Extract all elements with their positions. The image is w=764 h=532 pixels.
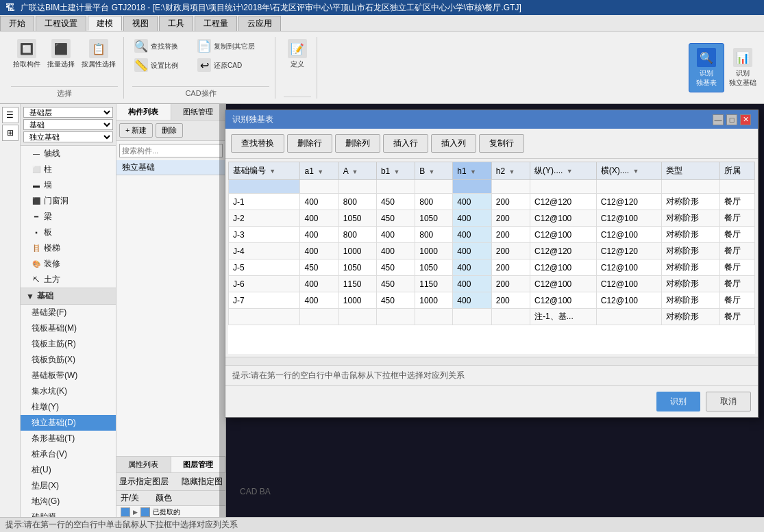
btn-set-scale[interactable]: 📏 设置比例 — [132, 56, 194, 74]
col-header-a1[interactable]: a1 ▼ — [300, 162, 338, 180]
btn-pick[interactable]: 🔲 拾取构件 — [11, 37, 42, 71]
table-cell[interactable]: 400 — [453, 243, 491, 259]
tab-attr-list[interactable]: 属性列表 — [116, 457, 171, 472]
table-cell[interactable]: C12@120 — [530, 194, 597, 210]
mini-btn-list[interactable]: ☰ — [2, 107, 19, 123]
tab-settings[interactable]: 工程设置 — [36, 16, 86, 31]
btn-copy-layer[interactable]: 📄 复制到其它层 — [195, 37, 257, 55]
col-header-h1[interactable]: h1 ▼ — [453, 162, 491, 180]
table-cell[interactable]: 400 — [300, 243, 338, 259]
col-header-h2[interactable]: h2 ▼ — [491, 162, 530, 180]
table-cell[interactable]: 400 — [453, 210, 491, 227]
nav-foundation-beam[interactable]: 基础梁(F) — [21, 305, 116, 320]
tab-drawing-manage[interactable]: 图纸管理 — [171, 104, 226, 120]
table-cell[interactable] — [596, 309, 661, 325]
table-cell[interactable]: C12@120 — [596, 243, 661, 259]
nav-sump[interactable]: 集水坑(K) — [21, 383, 116, 399]
nav-foundation-belt[interactable]: 基础板带(W) — [21, 368, 116, 383]
table-cell[interactable]: 1150 — [338, 276, 376, 292]
nav-column[interactable]: ⬜柱 — [21, 162, 116, 177]
table-cell[interactable]: 800 — [415, 227, 453, 243]
table-row[interactable]: 注-1、基...对称阶形餐厅 — [229, 309, 755, 325]
btn-restore-cad[interactable]: ↩ 还原CAD — [195, 56, 257, 74]
nav-stair[interactable]: 🪜楼梯 — [21, 240, 116, 256]
tab-model[interactable]: 建模 — [88, 16, 122, 31]
tab-tools[interactable]: 工具 — [159, 16, 193, 31]
nav-cushion[interactable]: 垫层(X) — [21, 478, 116, 494]
table-cell[interactable] — [300, 309, 338, 325]
table-cell[interactable]: 餐厅 — [719, 259, 754, 276]
btn-cancel-modal[interactable]: 取消 — [706, 392, 751, 411]
btn-attr-select[interactable]: 📋 按属性选择 — [79, 37, 118, 71]
table-cell[interactable]: J-2 — [229, 210, 300, 227]
table-cell[interactable]: C12@100 — [596, 210, 661, 227]
table-cell[interactable]: 餐厅 — [719, 210, 754, 227]
table-cell[interactable]: 对称阶形 — [661, 276, 719, 292]
tab-start[interactable]: 开始 — [0, 16, 34, 31]
table-row[interactable]: J-640011504501150400200C12@100C12@100对称阶… — [229, 276, 755, 292]
btn-batch-select[interactable]: ⬛ 批量选择 — [45, 37, 77, 71]
table-cell[interactable] — [376, 309, 415, 325]
btn-new-component[interactable]: + 新建 — [119, 123, 153, 138]
table-cell[interactable]: 200 — [491, 276, 530, 292]
table-cell[interactable]: 1000 — [338, 292, 376, 309]
nav-isolated-foundation[interactable]: 独立基础(D) — [21, 415, 116, 431]
col-header-heng[interactable]: 横(X).... ▼ — [596, 162, 661, 180]
table-cell[interactable]: 400 — [376, 227, 415, 243]
table-cell[interactable]: 对称阶形 — [661, 243, 719, 259]
table-cell[interactable]: 餐厅 — [719, 309, 754, 325]
table-cell[interactable]: C12@100 — [530, 210, 597, 227]
table-cell[interactable] — [453, 309, 491, 325]
table-cell[interactable]: 450 — [376, 276, 415, 292]
table-row[interactable]: J-240010504501050400200C12@100C12@100对称阶… — [229, 210, 755, 227]
table-cell[interactable]: 400 — [300, 210, 338, 227]
layer-dropdown[interactable]: 基础层 — [23, 107, 113, 118]
btn-insert-col[interactable]: 插入列 — [431, 134, 476, 153]
nav-raft-main[interactable]: 筏板主筋(R) — [21, 336, 116, 352]
table-cell[interactable]: 400 — [453, 259, 491, 276]
table-cell[interactable]: 餐厅 — [719, 194, 754, 210]
col-header-B[interactable]: B ▼ — [415, 162, 453, 180]
table-cell[interactable]: 对称阶形 — [661, 194, 719, 210]
table-cell[interactable]: 1000 — [415, 243, 453, 259]
table-cell[interactable]: 1050 — [338, 259, 376, 276]
nav-trench[interactable]: 地沟(G) — [21, 494, 116, 509]
col-header-id[interactable]: 基础编号 ▼ — [229, 162, 300, 180]
table-cell[interactable]: 450 — [300, 259, 338, 276]
table-cell[interactable]: 200 — [491, 210, 530, 227]
nav-earth[interactable]: ⛏土方 — [21, 272, 116, 288]
modal-close[interactable]: ✕ — [740, 114, 751, 125]
table-cell[interactable]: 1050 — [415, 259, 453, 276]
table-cell[interactable]: 1050 — [338, 210, 376, 227]
table-cell[interactable]: 400 — [453, 227, 491, 243]
table-cell[interactable]: 800 — [415, 194, 453, 210]
table-cell[interactable]: C12@100 — [596, 259, 661, 276]
col-header-A[interactable]: A ▼ — [338, 162, 376, 180]
tab-quantity[interactable]: 工程量 — [195, 16, 237, 31]
btn-copy-row[interactable]: 复制行 — [479, 134, 524, 153]
btn-find-replace[interactable]: 🔍 查找替换 — [132, 37, 194, 55]
nav-pile-cap[interactable]: 桩承台(V) — [21, 446, 116, 462]
tab-component-list[interactable]: 构件列表 — [116, 104, 171, 120]
nav-wall[interactable]: ▬墙 — [21, 177, 116, 193]
modal-maximize[interactable]: □ — [726, 114, 737, 125]
table-cell[interactable]: 注-1、基... — [530, 309, 597, 325]
nav-axis[interactable]: —轴线 — [21, 146, 116, 162]
table-cell[interactable]: 450 — [376, 259, 415, 276]
table-cell[interactable]: 1000 — [415, 292, 453, 309]
nav-decor[interactable]: 🎨装修 — [21, 256, 116, 272]
table-cell[interactable]: C12@100 — [596, 292, 661, 309]
table-cell[interactable]: 400 — [376, 243, 415, 259]
table-cell[interactable]: 450 — [376, 292, 415, 309]
btn-find-replace-modal[interactable]: 查找替换 — [231, 134, 284, 153]
nav-raft-foundation[interactable]: 筏板基础(M) — [21, 320, 116, 336]
nav-beam[interactable]: ━梁 — [21, 209, 116, 225]
nav-slab[interactable]: ▪板 — [21, 225, 116, 240]
table-cell[interactable]: 400 — [300, 194, 338, 210]
nav-strip-foundation[interactable]: 条形基础(T) — [21, 431, 116, 446]
table-cell[interactable]: 1000 — [338, 243, 376, 259]
type-dropdown[interactable]: 基础 — [23, 119, 113, 130]
table-cell[interactable]: 1050 — [415, 210, 453, 227]
table-cell[interactable]: J-5 — [229, 259, 300, 276]
modal-scrollbar[interactable] — [225, 357, 758, 365]
